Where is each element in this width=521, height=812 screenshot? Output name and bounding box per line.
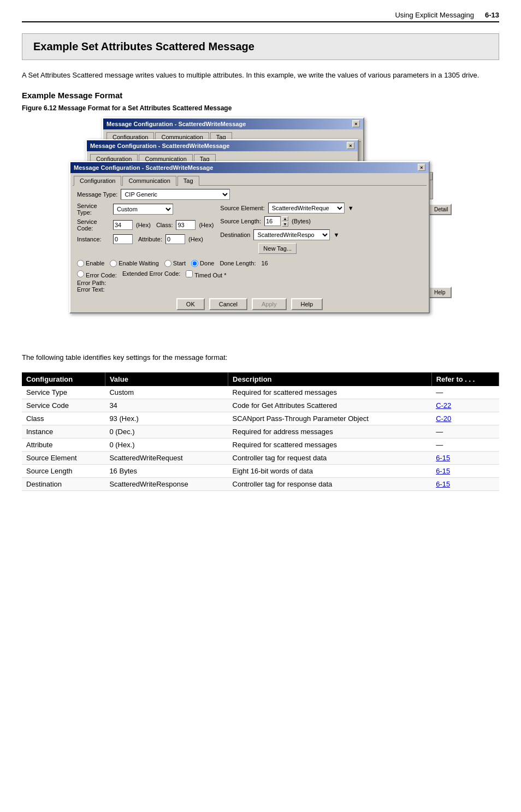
page-number: 6-13 xyxy=(485,11,499,19)
enable-radio[interactable] xyxy=(77,260,84,267)
source-length-input[interactable] xyxy=(264,216,281,226)
error-text-label: Error Text: xyxy=(77,286,105,293)
spinner-arrows: ▲ ▼ xyxy=(282,216,288,227)
refer-link[interactable]: 6-15 xyxy=(436,454,450,462)
cell-value: 16 Bytes xyxy=(105,465,228,478)
start-radio[interactable] xyxy=(164,260,171,267)
cell-refer[interactable]: 6-15 xyxy=(431,465,499,478)
table-row: DestinationScatteredWriteResponseControl… xyxy=(22,478,499,491)
service-type-select[interactable]: Custom xyxy=(113,204,173,215)
cell-description: Code for Get Attributes Scattered xyxy=(228,399,432,412)
section-label: Using Explicit Messaging xyxy=(395,11,474,19)
cell-description: SCANport Pass-Through Parameter Object xyxy=(228,412,432,425)
cell-description: Controller tag for request data xyxy=(228,452,432,465)
dialog-1-controls: × xyxy=(352,120,360,127)
page-header: Using Explicit Messaging 6-13 xyxy=(22,11,499,22)
destination-select[interactable]: ScatteredWriteRespo xyxy=(253,229,330,240)
cell-value: 34 xyxy=(105,399,228,412)
cell-refer[interactable]: 6-15 xyxy=(431,452,499,465)
dialog-3-tab-configuration[interactable]: Configuration xyxy=(74,176,121,186)
col-header-refer: Refer to . . . xyxy=(431,372,499,386)
dialog-1-close[interactable]: × xyxy=(352,120,360,127)
cell-refer[interactable]: C-20 xyxy=(431,412,499,425)
dialog-3-close[interactable]: × xyxy=(418,164,425,171)
message-type-select[interactable]: CIP Generic xyxy=(121,189,230,200)
source-element-select[interactable]: ScatteredWriteReque xyxy=(268,203,345,214)
error-path-row: Error Path: xyxy=(77,280,422,286)
source-length-spinner: ▲ ▼ xyxy=(264,216,288,227)
dialog-3-tabs: Configuration Communication Tag xyxy=(70,173,429,185)
enable-waiting-label: Enable Waiting xyxy=(119,260,159,266)
refer-link[interactable]: 6-15 xyxy=(436,480,450,488)
done-radio[interactable] xyxy=(191,260,198,267)
class-hex: (Hex) xyxy=(199,222,214,228)
table-row: Class93 (Hex.)SCANport Pass-Through Para… xyxy=(22,412,499,425)
dialog-2-controls: × xyxy=(347,142,354,149)
cell-refer[interactable]: 6-15 xyxy=(431,478,499,491)
spinner-down[interactable]: ▼ xyxy=(282,222,288,227)
extended-error-section: Extended Error Code: xyxy=(122,270,180,278)
figure-caption: Figure 6.12 Message Format for a Set Att… xyxy=(22,104,499,112)
help-btn-footer[interactable]: Help xyxy=(291,298,323,310)
source-element-row: Source Element: ScatteredWriteReque ▼ xyxy=(220,203,422,214)
cell-config: Instance xyxy=(22,425,105,438)
col-header-configuration: Configuration xyxy=(22,372,105,386)
cell-value: ScatteredWriteRequest xyxy=(105,452,228,465)
cell-config: Class xyxy=(22,412,105,425)
enable-waiting-radio[interactable] xyxy=(110,260,117,267)
cell-config: Source Length xyxy=(22,465,105,478)
radio-done: Done xyxy=(191,260,214,267)
cell-description: Required for address messages xyxy=(228,425,432,438)
timed-out-checkbox[interactable] xyxy=(186,270,193,277)
following-text: The following table identifies key setti… xyxy=(22,352,499,363)
cell-config: Service Type xyxy=(22,386,105,399)
dialog-3-titlebar: Message Configuration - ScatteredWriteMe… xyxy=(70,162,429,173)
service-code-hex: (Hex) xyxy=(136,222,151,228)
attribute-input[interactable] xyxy=(165,234,185,244)
timed-out-section: Timed Out * xyxy=(186,270,226,278)
cell-description: Controller tag for response data xyxy=(228,478,432,491)
class-input[interactable] xyxy=(176,220,196,230)
attribute-label: Attribute: xyxy=(138,236,162,242)
message-type-row: Message Type: CIP Generic xyxy=(77,189,422,200)
dialog-2-close[interactable]: × xyxy=(347,142,354,149)
cell-refer[interactable]: C-22 xyxy=(431,399,499,412)
dialog-3-tab-communication[interactable]: Communication xyxy=(122,176,176,186)
refer-link[interactable]: 6-15 xyxy=(436,467,450,475)
new-tag-btn[interactable]: New Tag... xyxy=(258,243,297,254)
apply-btn[interactable]: Apply xyxy=(252,298,287,310)
ok-btn[interactable]: OK xyxy=(176,298,205,310)
service-code-row: ServiceCode: (Hex) Class: (Hex) xyxy=(77,218,214,232)
cell-config: Service Code xyxy=(22,399,105,412)
refer-link[interactable]: C-20 xyxy=(436,414,451,423)
source-length-row: Source Length: ▲ ▼ (Bytes) xyxy=(220,216,422,227)
cell-config: Destination xyxy=(22,478,105,491)
col-header-description: Description xyxy=(228,372,432,386)
dialog-2-title: Message Configuration - ScatteredWriteMe… xyxy=(90,143,229,149)
cancel-btn[interactable]: Cancel xyxy=(209,298,247,310)
dialog-3-tab-tag[interactable]: Tag xyxy=(177,176,199,186)
radio-group: Enable Enable Waiting Start Done Done xyxy=(77,260,422,267)
source-element-arrow: ▼ xyxy=(348,205,354,211)
cell-refer: — xyxy=(431,425,499,438)
radio-enable-waiting: Enable Waiting xyxy=(110,260,159,267)
done-label: Done xyxy=(200,260,214,266)
body-paragraph: A Set Attributes Scattered message write… xyxy=(22,70,499,81)
destination-arrow: ▼ xyxy=(333,232,339,238)
dialog-2-titlebar: Message Configuration - ScatteredWriteMe… xyxy=(87,140,358,151)
error-text-row: Error Text: xyxy=(77,286,422,293)
refer-link[interactable]: C-22 xyxy=(436,401,451,410)
error-code-section: Error Code: xyxy=(77,270,117,278)
instance-row: Instance: Attribute: (Hex) xyxy=(77,234,214,244)
error-code-radio[interactable] xyxy=(77,270,84,277)
done-length-label: Done Length: xyxy=(220,260,256,266)
cell-value: 0 (Dec.) xyxy=(105,425,228,438)
service-code-input[interactable] xyxy=(113,220,133,230)
extended-error-label: Extended Error Code: xyxy=(122,270,180,277)
spinner-up[interactable]: ▲ xyxy=(282,216,288,221)
cell-config: Source Element xyxy=(22,452,105,465)
instance-label: Instance: xyxy=(77,236,110,242)
instance-input[interactable] xyxy=(113,234,133,244)
cell-description: Required for scattered messages xyxy=(228,386,432,399)
col-header-value: Value xyxy=(105,372,228,386)
